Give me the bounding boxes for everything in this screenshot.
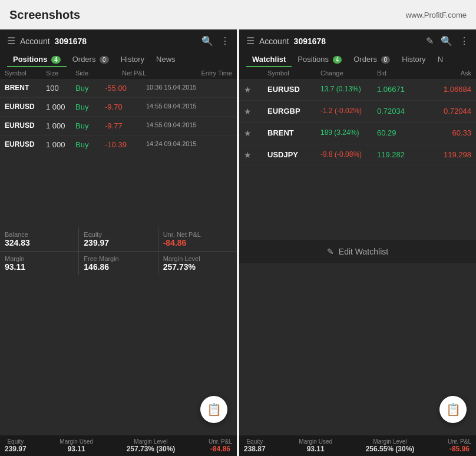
- watchlist-row[interactable]: ★ EURGBP -1.2 (-0.02%) 0.72034 0.72044: [239, 101, 476, 123]
- left-panel: ☰ Account 3091678 🔍 ⋮ Positions 4 Orders…: [0, 29, 237, 456]
- left-account-number: 3091678: [55, 37, 87, 46]
- left-search-icon[interactable]: 🔍: [201, 35, 213, 47]
- position-symbol: BRENT: [5, 84, 46, 92]
- wl-symbol: USDJPY: [267, 150, 320, 160]
- watchlist-row[interactable]: ★ USDJPY -9.8 (-0.08%) 119.282 119.298: [239, 144, 476, 166]
- left-panel-icons: 🔍 ⋮: [201, 35, 230, 47]
- star-icon[interactable]: ★: [244, 107, 267, 116]
- right-tab-orders[interactable]: Orders 0: [348, 51, 396, 67]
- right-fab-icon: 📋: [446, 402, 461, 417]
- table-row[interactable]: EURUSD 1 000 Buy -9.77 14:55 09.04.2015: [0, 117, 237, 136]
- tab-positions[interactable]: Positions 4: [7, 51, 67, 67]
- right-pencil-icon[interactable]: ✎: [426, 35, 434, 47]
- positions-rows: BRENT 100 Buy -55.00 10:36 15.04.2015 EU…: [0, 79, 237, 154]
- positions-table-header: Symbol Size Side Net P&L Entry Time: [0, 67, 237, 79]
- position-symbol: EURUSD: [5, 103, 46, 111]
- edit-watchlist-row[interactable]: ✎ Edit Watchlist: [239, 240, 476, 263]
- left-bottom-unr-pnl: Unr. P&L -84.86: [209, 438, 232, 453]
- right-search-icon[interactable]: 🔍: [441, 35, 452, 47]
- left-account-row: ☰ Account 3091678 🔍 ⋮: [7, 35, 230, 47]
- wl-bid: 0.72034: [377, 107, 424, 116]
- position-time: 14:24 09.04.2015: [146, 140, 232, 149]
- stats-grid: Balance 324.83 Equity 239.97 Unr. Net P&…: [0, 227, 237, 275]
- wl-col-star: [244, 70, 267, 77]
- wl-symbol: BRENT: [267, 128, 320, 138]
- panels-container: ☰ Account 3091678 🔍 ⋮ Positions 4 Orders…: [0, 29, 476, 456]
- position-side: Buy: [75, 140, 105, 149]
- screenshots-header: Screenshots www.ProfitF.come: [0, 0, 476, 29]
- table-row[interactable]: EURUSD 1 000 Buy -9.70 14:55 09.04.2015: [0, 98, 237, 117]
- position-pnl: -55.00: [105, 84, 146, 92]
- col-time: Entry Time: [146, 70, 232, 77]
- left-account-left: ☰ Account 3091678: [7, 35, 87, 47]
- col-side: Side: [75, 70, 105, 77]
- right-panel-icons: ✎ 🔍 ⋮: [426, 35, 469, 47]
- watchlist-table: Symbol Change Bid Ask ★ EURUSD 13.7 (0.1…: [239, 67, 476, 240]
- star-icon[interactable]: ★: [244, 85, 267, 94]
- position-pnl: -9.77: [105, 121, 146, 130]
- position-time: 10:36 15.04.2015: [146, 84, 232, 92]
- left-account-label: Account: [20, 37, 50, 46]
- left-fab-icon: 📋: [207, 402, 222, 417]
- left-bottom-bar: Equity 239.97 Margin Used 93.11 Margin L…: [0, 435, 237, 456]
- position-pnl: -10.39: [105, 140, 146, 149]
- position-side: Buy: [75, 103, 105, 111]
- right-bottom-bar: Equity 238.87 Margin Used 93.11 Margin L…: [239, 435, 476, 456]
- col-size: Size: [46, 70, 75, 77]
- right-fab[interactable]: 📋: [439, 396, 467, 423]
- wl-change: 189 (3.24%): [320, 128, 377, 138]
- watchlist-row[interactable]: ★ BRENT 189 (3.24%) 60.29 60.33: [239, 123, 476, 144]
- wl-bid: 60.29: [377, 128, 424, 138]
- tab-history[interactable]: History: [115, 51, 150, 67]
- left-tabs-row: Positions 4 Orders 0 History News: [7, 51, 230, 67]
- right-bottom-margin-level: Margin Level 256.55% (30%): [366, 438, 415, 453]
- tab-watchlist[interactable]: Watchlist: [246, 51, 292, 67]
- left-bottom-equity: Equity 239.97: [5, 438, 27, 453]
- wl-change: -1.2 (-0.02%): [320, 107, 377, 116]
- right-account-left: ☰ Account 3091678: [246, 35, 326, 47]
- col-pnl: Net P&L: [105, 70, 146, 77]
- stat-margin: Margin 93.11: [0, 252, 78, 275]
- wl-ask: 60.33: [424, 128, 471, 138]
- positions-table: Symbol Size Side Net P&L Entry Time BREN…: [0, 67, 237, 227]
- right-tab-positions[interactable]: Positions 4: [292, 51, 348, 67]
- tab-news[interactable]: News: [150, 51, 181, 67]
- left-panel-header: ☰ Account 3091678 🔍 ⋮ Positions 4 Orders…: [0, 29, 237, 67]
- wl-symbol: EURGBP: [267, 107, 320, 116]
- wl-col-bid: Bid: [377, 70, 424, 77]
- position-side: Buy: [75, 121, 105, 130]
- position-size: 100: [46, 84, 75, 92]
- edit-watchlist-pencil-icon: ✎: [327, 247, 334, 256]
- table-row[interactable]: EURUSD 1 000 Buy -10.39 14:24 09.04.2015: [0, 136, 237, 154]
- right-hamburger-icon[interactable]: ☰: [246, 35, 254, 47]
- left-more-icon[interactable]: ⋮: [220, 35, 230, 47]
- wl-ask: 0.72044: [424, 107, 471, 116]
- screenshots-url: www.ProfitF.come: [406, 11, 467, 19]
- wl-change: 13.7 (0.13%): [320, 85, 377, 94]
- right-bottom-margin-used: Margin Used 93.11: [299, 438, 332, 453]
- left-fab[interactable]: 📋: [200, 396, 227, 423]
- star-icon[interactable]: ★: [244, 150, 267, 160]
- right-tab-n[interactable]: N: [432, 51, 449, 67]
- right-account-row: ☰ Account 3091678 ✎ 🔍 ⋮: [246, 35, 469, 47]
- position-side: Buy: [75, 84, 105, 92]
- watchlist-row[interactable]: ★ EURUSD 13.7 (0.13%) 1.06671 1.06684: [239, 79, 476, 101]
- table-row[interactable]: BRENT 100 Buy -55.00 10:36 15.04.2015: [0, 79, 237, 98]
- watchlist-rows: ★ EURUSD 13.7 (0.13%) 1.06671 1.06684 ★ …: [239, 79, 476, 166]
- position-size: 1 000: [46, 140, 75, 149]
- tab-orders[interactable]: Orders 0: [67, 51, 115, 67]
- col-symbol: Symbol: [5, 70, 46, 77]
- edit-watchlist-label: Edit Watchlist: [339, 247, 388, 256]
- stat-equity: Equity 239.97: [79, 227, 157, 251]
- position-symbol: EURUSD: [5, 121, 46, 130]
- left-hamburger-icon[interactable]: ☰: [7, 35, 15, 47]
- star-icon[interactable]: ★: [244, 128, 267, 138]
- right-more-icon[interactable]: ⋮: [460, 35, 469, 47]
- wl-col-change: Change: [320, 70, 377, 77]
- wl-col-ask: Ask: [424, 70, 471, 77]
- right-bottom-unr-pnl: Unr. P&L -85.96: [448, 438, 471, 453]
- right-tab-history[interactable]: History: [396, 51, 431, 67]
- right-account-number: 3091678: [294, 37, 326, 46]
- stat-margin-level: Margin Level 257.73%: [158, 252, 237, 275]
- position-time: 14:55 09.04.2015: [146, 103, 232, 111]
